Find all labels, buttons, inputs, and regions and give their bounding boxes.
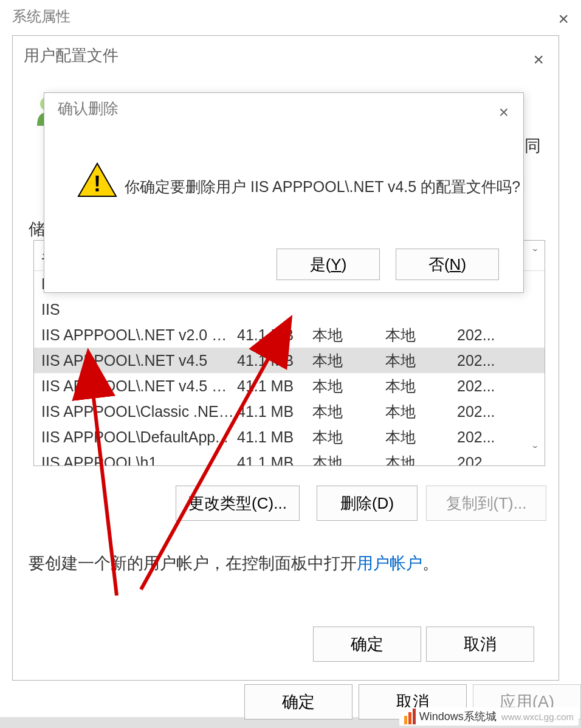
- cell-size: 41.1 MB: [237, 377, 312, 395]
- confirm-delete-dialog: 确认删除 × ! 你确定要删除用户 IIS APPPOOL\.NET v4.5 …: [44, 92, 524, 293]
- table-row[interactable]: IIS APPPOOL\DefaultApp...41.1 MB本地本地202.…: [34, 424, 545, 450]
- cell-size: 41.1 MB: [237, 403, 312, 421]
- cell-status: 本地: [385, 453, 457, 467]
- cell-status: 本地: [385, 427, 457, 447]
- cell-name: IIS APPPOOL\.NET v4.5: [34, 352, 237, 369]
- chevron-up-icon[interactable]: ˇ: [533, 247, 537, 263]
- confirm-titlebar: 确认删除 ×: [44, 93, 523, 123]
- user-profiles-titlebar: 用户配置文件 ×: [13, 36, 559, 75]
- table-row[interactable]: IIS APPPOOL\.NET v4.5 Cl...41.1 MB本地本地20…: [34, 373, 545, 399]
- warning-icon: !: [77, 162, 117, 201]
- cell-size: 41.1 MB: [237, 428, 312, 446]
- ok-button[interactable]: 确定: [244, 684, 352, 719]
- watermark-brand: Windows系统城: [419, 709, 497, 724]
- cell-type: 本地: [312, 325, 385, 345]
- cell-status: 本地: [385, 376, 457, 396]
- chevron-down-icon[interactable]: ˇ: [533, 444, 537, 459]
- close-icon[interactable]: ×: [552, 6, 575, 32]
- table-row[interactable]: IIS APPPOOL\h141.1 MB本地本地202: [34, 450, 545, 466]
- cell-size: 41.1 MB: [237, 326, 312, 344]
- cell-modified: 202...: [457, 377, 512, 395]
- cell-type: 本地: [312, 427, 385, 447]
- cell-name: IIS: [34, 301, 237, 318]
- cell-name: IIS APPPOOL\.NET v4.5 Cl...: [34, 377, 237, 395]
- table-row[interactable]: IIS APPPOOL\Classic .NET...41.1 MB本地本地20…: [34, 399, 545, 424]
- confirm-title: 确认删除: [58, 98, 119, 118]
- outer-titlebar: 系统属性 ×: [0, 0, 581, 33]
- cell-modified: 202: [457, 454, 512, 467]
- cell-size: 41.1 MB: [237, 454, 312, 467]
- table-row[interactable]: IIS APPPOOL\.NET v4.541.1 MB本地本地202...: [34, 348, 545, 373]
- cell-size: 41.1 MB: [237, 352, 312, 369]
- watermark: Windows系统城 www.wxcLgg.com: [399, 707, 579, 726]
- cell-type: 本地: [312, 402, 385, 422]
- svg-text:!: !: [94, 171, 101, 196]
- cell-name: IIS APPPOOL\DefaultApp...: [34, 428, 237, 446]
- cell-status: 本地: [385, 402, 457, 422]
- cell-type: 本地: [312, 351, 385, 371]
- create-new-account-text: 要创建一个新的用户帐户，在控制面板中打开用户帐户。: [29, 552, 439, 574]
- cell-type: 本地: [312, 453, 385, 467]
- user-profiles-title: 用户配置文件: [24, 45, 119, 66]
- cell-modified: 202...: [457, 352, 512, 369]
- no-button[interactable]: 否(N): [396, 249, 499, 280]
- confirm-message: 你确定要删除用户 IIS APPPOOL\.NET v4.5 的配置文件吗?: [125, 177, 520, 197]
- cell-name: IIS APPPOOL\.NET v2.0 Cl...: [34, 326, 237, 344]
- cell-status: 本地: [385, 325, 457, 345]
- cell-status: 本地: [385, 351, 457, 371]
- cell-name: IIS APPPOOL\h1: [34, 454, 237, 467]
- close-icon[interactable]: ×: [493, 100, 515, 125]
- change-type-button[interactable]: 更改类型(C)...: [176, 486, 300, 521]
- cell-modified: 202...: [457, 326, 512, 344]
- copy-to-button: 复制到(T)...: [426, 486, 546, 521]
- delete-button[interactable]: 删除(D): [317, 486, 418, 521]
- outer-title: 系统属性: [12, 7, 70, 26]
- cell-name: IIS APPPOOL\Classic .NET...: [34, 403, 237, 421]
- ok-button[interactable]: 确定: [313, 627, 421, 662]
- user-accounts-link[interactable]: 用户帐户: [357, 554, 422, 572]
- yes-button[interactable]: 是(Y): [277, 249, 380, 280]
- table-row[interactable]: IIS APPPOOL\.NET v2.0 Cl...41.1 MB本地本地20…: [34, 322, 545, 348]
- watermark-url: www.wxcLgg.com: [501, 712, 574, 722]
- table-row[interactable]: IIS: [34, 297, 545, 322]
- cancel-button[interactable]: 取消: [426, 627, 534, 662]
- cell-modified: 202...: [457, 403, 512, 421]
- cell-modified: 202...: [457, 428, 512, 446]
- cell-type: 本地: [312, 376, 385, 396]
- close-icon[interactable]: ×: [527, 47, 550, 72]
